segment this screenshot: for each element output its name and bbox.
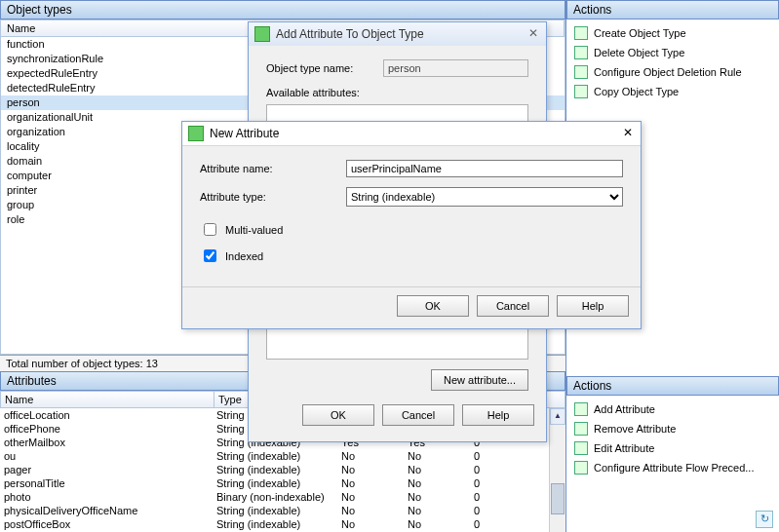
app-icon [188, 126, 204, 141]
help-button[interactable]: Help [462, 404, 534, 426]
attribute-name-field[interactable] [346, 160, 623, 177]
action-item[interactable]: Create Object Type [570, 23, 775, 43]
object-types-header: Object types [0, 0, 565, 19]
action-icon [574, 461, 588, 475]
action-icon [574, 26, 588, 40]
action-label: Configure Object Deletion Rule [594, 66, 742, 78]
cancel-button[interactable]: Cancel [477, 295, 549, 317]
action-item[interactable]: Edit Attribute [570, 438, 775, 458]
action-label: Add Attribute [594, 403, 655, 415]
multi-valued-checkbox[interactable] [204, 223, 216, 236]
dialog-titlebar[interactable]: New Attribute ✕ [182, 122, 641, 146]
action-item[interactable]: Remove Attribute [570, 419, 775, 438]
label-object-type-name: Object type name: [266, 62, 383, 74]
action-icon [574, 46, 588, 59]
ok-button[interactable]: OK [302, 404, 374, 426]
table-row[interactable]: photoBinary (non-indexable)NoNo0 [0, 490, 565, 504]
attribute-type-select[interactable]: String (indexable) [346, 187, 623, 207]
action-icon [574, 85, 588, 98]
action-label: Remove Attribute [594, 423, 676, 435]
action-icon [574, 422, 588, 436]
action-icon [574, 402, 588, 416]
actions-bottom-header: Actions [566, 376, 779, 396]
dialog-new-attribute: New Attribute ✕ Attribute name: Attribut… [181, 121, 642, 329]
action-item[interactable]: Configure Object Deletion Rule [570, 62, 775, 82]
label-attribute-type: Attribute type: [200, 191, 346, 203]
action-label: Copy Object Type [594, 86, 679, 97]
actions-bottom-list: Add AttributeRemove AttributeEdit Attrib… [566, 396, 779, 481]
label-attribute-name: Attribute name: [200, 163, 346, 174]
table-row[interactable]: personalTitleString (indexable)NoNo0 [0, 476, 565, 490]
close-icon[interactable]: ✕ [526, 27, 540, 41]
indexed-checkbox[interactable] [204, 249, 216, 262]
action-label: Create Object Type [594, 27, 686, 39]
refresh-icon[interactable]: ↻ [756, 511, 773, 528]
action-item[interactable]: Add Attribute [570, 399, 775, 419]
action-icon [574, 441, 588, 455]
action-label: Delete Object Type [594, 47, 684, 58]
action-item[interactable]: Configure Attribute Flow Preced... [570, 458, 775, 477]
scroll-up-arrow-icon[interactable]: ▲ [550, 408, 565, 425]
scroll-thumb[interactable] [551, 483, 565, 514]
table-row[interactable]: postOfficeBoxString (indexable)NoNo0 [0, 517, 565, 531]
actions-top-header: Actions [566, 0, 779, 19]
dialog-title-text: Add Attribute To Object Type [276, 27, 424, 41]
help-button[interactable]: Help [557, 295, 629, 317]
table-row[interactable]: physicalDeliveryOfficeNameString (indexa… [0, 504, 565, 517]
attributes-scrollbar[interactable]: ▲ [549, 408, 565, 532]
table-row[interactable]: ouString (indexable)NoNo0 [0, 449, 565, 463]
action-item[interactable]: Delete Object Type [570, 43, 775, 62]
action-item[interactable]: Copy Object Type [570, 82, 775, 101]
action-label: Edit Attribute [594, 442, 654, 454]
dialog-titlebar[interactable]: Add Attribute To Object Type ✕ [249, 22, 546, 46]
cancel-button[interactable]: Cancel [382, 404, 454, 426]
action-icon [574, 65, 588, 79]
label-available-attributes: Available attributes: [266, 87, 528, 98]
action-label: Configure Attribute Flow Preced... [594, 462, 754, 474]
close-icon[interactable]: ✕ [621, 127, 635, 140]
table-row[interactable]: pagerString (indexable)NoNo0 [0, 463, 565, 476]
multi-valued-label[interactable]: Multi-valued [225, 224, 283, 236]
column-attr-name[interactable]: Name [1, 392, 214, 407]
indexed-label[interactable]: Indexed [225, 250, 263, 262]
dialog-title-text: New Attribute [210, 127, 279, 140]
object-type-name-field [383, 59, 528, 77]
app-icon [254, 26, 270, 42]
new-attribute-button[interactable]: New attribute... [431, 369, 528, 391]
ok-button[interactable]: OK [397, 295, 469, 317]
